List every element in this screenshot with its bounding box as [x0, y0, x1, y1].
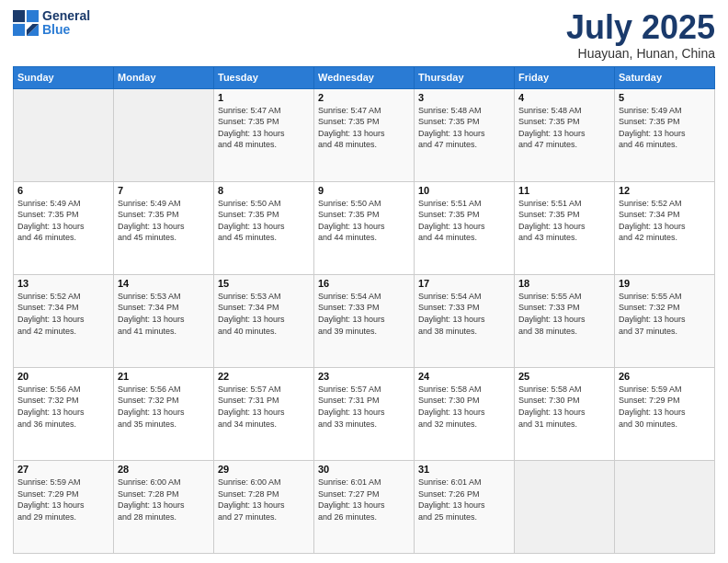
location: Huayuan, Hunan, China — [566, 46, 715, 61]
day-number: 11 — [518, 185, 610, 196]
day-cell: 28Sunrise: 6:00 AM Sunset: 7:28 PM Dayli… — [114, 460, 214, 553]
day-detail: Sunrise: 5:51 AM Sunset: 7:35 PM Dayligh… — [518, 198, 610, 244]
day-number: 5 — [619, 92, 711, 103]
day-detail: Sunrise: 5:52 AM Sunset: 7:34 PM Dayligh… — [619, 198, 711, 244]
day-number: 24 — [418, 371, 510, 382]
day-cell — [515, 460, 615, 553]
day-detail: Sunrise: 5:59 AM Sunset: 7:29 PM Dayligh… — [17, 477, 109, 523]
day-detail: Sunrise: 5:53 AM Sunset: 7:34 PM Dayligh… — [118, 291, 210, 337]
day-cell: 27Sunrise: 5:59 AM Sunset: 7:29 PM Dayli… — [14, 460, 114, 553]
day-detail: Sunrise: 5:50 AM Sunset: 7:35 PM Dayligh… — [318, 198, 410, 244]
day-number: 7 — [118, 185, 210, 196]
day-cell: 13Sunrise: 5:52 AM Sunset: 7:34 PM Dayli… — [14, 274, 114, 367]
day-number: 12 — [619, 185, 711, 196]
day-number: 8 — [218, 185, 310, 196]
svg-rect-1 — [27, 10, 39, 22]
calendar: SundayMondayTuesdayWednesdayThursdayFrid… — [13, 66, 715, 554]
day-number: 23 — [318, 371, 410, 382]
title-block: July 2025 Huayuan, Hunan, China — [566, 9, 715, 61]
logo-icon — [13, 10, 39, 36]
day-number: 16 — [318, 278, 410, 289]
day-number: 18 — [518, 278, 610, 289]
day-cell — [14, 88, 114, 181]
page: General Blue July 2025 Huayuan, Hunan, C… — [0, 0, 728, 563]
day-cell: 3Sunrise: 5:48 AM Sunset: 7:35 PM Daylig… — [415, 88, 515, 181]
day-cell — [615, 460, 715, 553]
day-number: 31 — [418, 464, 510, 475]
day-detail: Sunrise: 5:56 AM Sunset: 7:32 PM Dayligh… — [118, 384, 210, 430]
day-detail: Sunrise: 5:48 AM Sunset: 7:35 PM Dayligh… — [518, 105, 610, 151]
day-number: 29 — [218, 464, 310, 475]
day-number: 15 — [218, 278, 310, 289]
week-row-1: 1Sunrise: 5:47 AM Sunset: 7:35 PM Daylig… — [14, 88, 715, 181]
day-cell: 7Sunrise: 5:49 AM Sunset: 7:35 PM Daylig… — [114, 181, 214, 274]
day-number: 6 — [17, 185, 109, 196]
day-detail: Sunrise: 5:56 AM Sunset: 7:32 PM Dayligh… — [17, 384, 109, 430]
day-number: 28 — [118, 464, 210, 475]
day-detail: Sunrise: 5:54 AM Sunset: 7:33 PM Dayligh… — [418, 291, 510, 337]
week-row-5: 27Sunrise: 5:59 AM Sunset: 7:29 PM Dayli… — [14, 460, 715, 553]
day-cell: 23Sunrise: 5:57 AM Sunset: 7:31 PM Dayli… — [314, 367, 415, 460]
day-number: 19 — [619, 278, 711, 289]
day-number: 30 — [318, 464, 410, 475]
day-cell: 17Sunrise: 5:54 AM Sunset: 7:33 PM Dayli… — [415, 274, 515, 367]
day-detail: Sunrise: 5:47 AM Sunset: 7:35 PM Dayligh… — [318, 105, 410, 151]
day-detail: Sunrise: 5:59 AM Sunset: 7:29 PM Dayligh… — [619, 384, 711, 430]
day-number: 10 — [418, 185, 510, 196]
day-detail: Sunrise: 5:51 AM Sunset: 7:35 PM Dayligh… — [418, 198, 510, 244]
logo: General Blue — [13, 9, 90, 38]
month-title: July 2025 — [566, 9, 715, 46]
day-detail: Sunrise: 5:47 AM Sunset: 7:35 PM Dayligh… — [218, 105, 310, 151]
day-cell: 14Sunrise: 5:53 AM Sunset: 7:34 PM Dayli… — [114, 274, 214, 367]
day-cell: 30Sunrise: 6:01 AM Sunset: 7:27 PM Dayli… — [314, 460, 415, 553]
day-detail: Sunrise: 5:53 AM Sunset: 7:34 PM Dayligh… — [218, 291, 310, 337]
day-cell: 11Sunrise: 5:51 AM Sunset: 7:35 PM Dayli… — [515, 181, 615, 274]
day-cell: 22Sunrise: 5:57 AM Sunset: 7:31 PM Dayli… — [214, 367, 314, 460]
day-number: 1 — [218, 92, 310, 103]
header: General Blue July 2025 Huayuan, Hunan, C… — [13, 9, 715, 61]
day-cell: 12Sunrise: 5:52 AM Sunset: 7:34 PM Dayli… — [615, 181, 715, 274]
day-detail: Sunrise: 5:54 AM Sunset: 7:33 PM Dayligh… — [318, 291, 410, 337]
day-detail: Sunrise: 6:00 AM Sunset: 7:28 PM Dayligh… — [218, 477, 310, 523]
day-number: 25 — [518, 371, 610, 382]
day-cell: 4Sunrise: 5:48 AM Sunset: 7:35 PM Daylig… — [515, 88, 615, 181]
day-detail: Sunrise: 6:01 AM Sunset: 7:27 PM Dayligh… — [318, 477, 410, 523]
day-cell: 29Sunrise: 6:00 AM Sunset: 7:28 PM Dayli… — [214, 460, 314, 553]
day-number: 27 — [17, 464, 109, 475]
day-detail: Sunrise: 5:52 AM Sunset: 7:34 PM Dayligh… — [17, 291, 109, 337]
day-cell: 20Sunrise: 5:56 AM Sunset: 7:32 PM Dayli… — [14, 367, 114, 460]
day-number: 20 — [17, 371, 109, 382]
week-row-2: 6Sunrise: 5:49 AM Sunset: 7:35 PM Daylig… — [14, 181, 715, 274]
svg-rect-2 — [13, 24, 25, 36]
day-number: 14 — [118, 278, 210, 289]
day-cell: 5Sunrise: 5:49 AM Sunset: 7:35 PM Daylig… — [615, 88, 715, 181]
weekday-header-tuesday: Tuesday — [214, 66, 314, 88]
day-cell: 2Sunrise: 5:47 AM Sunset: 7:35 PM Daylig… — [314, 88, 415, 181]
day-cell — [114, 88, 214, 181]
day-cell: 16Sunrise: 5:54 AM Sunset: 7:33 PM Dayli… — [314, 274, 415, 367]
day-detail: Sunrise: 5:49 AM Sunset: 7:35 PM Dayligh… — [17, 198, 109, 244]
day-detail: Sunrise: 5:49 AM Sunset: 7:35 PM Dayligh… — [619, 105, 711, 151]
logo-text: General Blue — [42, 9, 90, 38]
weekday-header-wednesday: Wednesday — [314, 66, 415, 88]
week-row-3: 13Sunrise: 5:52 AM Sunset: 7:34 PM Dayli… — [14, 274, 715, 367]
weekday-header-row: SundayMondayTuesdayWednesdayThursdayFrid… — [14, 66, 715, 88]
day-cell: 1Sunrise: 5:47 AM Sunset: 7:35 PM Daylig… — [214, 88, 314, 181]
weekday-header-monday: Monday — [114, 66, 214, 88]
day-cell: 31Sunrise: 6:01 AM Sunset: 7:26 PM Dayli… — [415, 460, 515, 553]
day-detail: Sunrise: 5:55 AM Sunset: 7:32 PM Dayligh… — [619, 291, 711, 337]
week-row-4: 20Sunrise: 5:56 AM Sunset: 7:32 PM Dayli… — [14, 367, 715, 460]
day-number: 9 — [318, 185, 410, 196]
day-detail: Sunrise: 5:49 AM Sunset: 7:35 PM Dayligh… — [118, 198, 210, 244]
day-cell: 9Sunrise: 5:50 AM Sunset: 7:35 PM Daylig… — [314, 181, 415, 274]
day-cell: 8Sunrise: 5:50 AM Sunset: 7:35 PM Daylig… — [214, 181, 314, 274]
day-detail: Sunrise: 5:58 AM Sunset: 7:30 PM Dayligh… — [418, 384, 510, 430]
day-detail: Sunrise: 5:50 AM Sunset: 7:35 PM Dayligh… — [218, 198, 310, 244]
day-number: 22 — [218, 371, 310, 382]
day-detail: Sunrise: 6:00 AM Sunset: 7:28 PM Dayligh… — [118, 477, 210, 523]
day-cell: 24Sunrise: 5:58 AM Sunset: 7:30 PM Dayli… — [415, 367, 515, 460]
day-cell: 25Sunrise: 5:58 AM Sunset: 7:30 PM Dayli… — [515, 367, 615, 460]
day-cell: 26Sunrise: 5:59 AM Sunset: 7:29 PM Dayli… — [615, 367, 715, 460]
weekday-header-thursday: Thursday — [415, 66, 515, 88]
day-cell: 10Sunrise: 5:51 AM Sunset: 7:35 PM Dayli… — [415, 181, 515, 274]
